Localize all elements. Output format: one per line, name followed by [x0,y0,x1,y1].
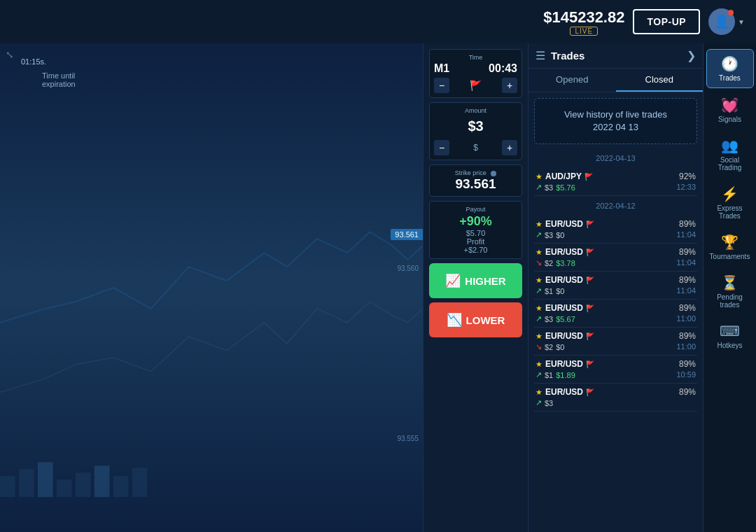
profit-label: Profit [434,237,517,246]
lower-button[interactable]: 📉 LOWER [429,302,522,337]
trade-pair: EUR/USD [545,359,583,369]
signals-icon: 💓 [721,97,738,113]
live-badge: LIVE [570,27,598,36]
sidebar-item-hotkeys[interactable]: ⌨ Hotkeys [706,317,754,355]
time-increase-btn[interactable]: + [502,78,517,93]
trade-pair: AUD/JPY [545,172,582,181]
trade-amount: $1 [545,371,553,379]
higher-button[interactable]: 📈 HIGHER [429,263,522,298]
trading-panel: Time M1 00:43 − 🚩 + Amount $3 − $ + [423,43,528,532]
amount-increase-btn[interactable]: + [502,140,517,155]
trade-amount-row: ↗ $3 $5.76 [536,183,593,192]
table-row[interactable]: ★ EUR/USD 🚩 ↗ $3 $0 89% 11:04 [534,216,697,244]
avatar-block[interactable]: 👤 ▼ [708,8,745,35]
trade-direction-icon: ↘ [536,258,542,267]
trade-amount: $2 [545,343,553,351]
price-main-label: 93.561 [391,229,423,240]
trade-direction-icon: ↗ [536,183,542,192]
topup-button[interactable]: TOP-UP [633,9,700,34]
trade-direction-icon: ↗ [536,398,542,407]
tab-closed[interactable]: Closed [616,69,704,92]
trade-pct: 89% [679,387,696,397]
flag-icon-sm: 🚩 [584,173,593,181]
svg-rect-6 [113,476,129,497]
sidebar-hotkeys-label: Hotkeys [717,342,742,349]
lower-icon: 📉 [447,312,462,328]
avatar-status-dot [728,10,734,15]
topbar: $145232.82 LIVE TOP-UP 👤 ▼ [0,0,756,43]
time-decrease-btn[interactable]: − [434,78,449,93]
trade-direction-icon: ↗ [536,314,542,323]
trade-amount-row: ↘ $2 $3.78 [536,258,594,267]
price-lower-label: 93.555 [393,433,423,444]
time-section: Time M1 00:43 − 🚩 + [429,49,522,98]
trade-amount: $3 [545,315,553,323]
chart-minimize-icon[interactable]: ⤡ [6,49,14,60]
trade-pair: EUR/USD [545,387,583,397]
svg-rect-3 [57,479,72,497]
trade-amount-row: ↘ $2 $0 [536,342,594,351]
trades-header: ☰ Trades ❯ [528,43,703,69]
avatar-dropdown-icon: ▼ [738,18,745,26]
trade-amount-row: ↗ $3 [536,398,594,407]
trade-amount: $3 [545,231,553,239]
table-row[interactable]: ★ AUD/JPY 🚩 ↗ $3 $5.76 92% 12:33 [534,168,697,196]
strike-label: Strike price [434,169,517,176]
trade-right: 89% 11:04 [676,219,696,239]
trade-time: 12:33 [676,183,696,191]
trade-left: ★ EUR/USD 🚩 ↗ $1 $0 [536,275,594,295]
amount-display: $3 [434,115,517,137]
trade-amount-row: ↗ $3 $0 [536,230,594,239]
payout-amount: $5.70 [434,229,517,237]
trade-pair: EUR/USD [545,331,583,341]
trades-expand-button[interactable]: ❯ [687,49,696,62]
trade-amount-row: ↗ $3 $5.67 [536,314,594,323]
sidebar-item-pending[interactable]: ⏳ Pending trades [706,269,754,314]
trade-pair-row: ★ EUR/USD 🚩 [536,219,594,229]
trade-left: ★ EUR/USD 🚩 ↗ $3 [536,387,594,407]
view-history-block[interactable]: View history of live trades 2022 04 13 [534,98,697,144]
sidebar-signals-label: Signals [718,115,741,123]
tournaments-icon: 🏆 [721,234,738,251]
sidebar-item-signals[interactable]: 💓 Signals [706,91,754,129]
date-separator-0: 2022-04-13 [534,151,697,165]
trade-profit: $1.89 [556,371,575,379]
trade-pct: 89% [679,359,696,369]
sidebar-item-tournaments[interactable]: 🏆 Tournaments [706,228,754,266]
star-icon: ★ [536,332,542,341]
trade-pair-row: ★ EUR/USD 🚩 [536,387,594,397]
svg-rect-2 [38,462,53,497]
star-icon: ★ [536,360,542,369]
trade-pair-row: ★ EUR/USD 🚩 [536,359,594,369]
sidebar-item-trades[interactable]: 🕐 Trades [706,49,754,88]
balance-amount: $145232.82 [543,8,624,27]
sidebar-item-social[interactable]: 👥 Social Trading [706,132,754,177]
amount-section: Amount $3 − $ + [429,102,522,160]
trade-left: ★ EUR/USD 🚩 ↘ $2 $0 [536,331,594,351]
trade-pair-row: ★ EUR/USD 🚩 [536,303,594,313]
tab-opened[interactable]: Opened [528,69,616,92]
table-row[interactable]: ★ EUR/USD 🚩 ↗ $3 89% [534,384,697,412]
table-row[interactable]: ★ EUR/USD 🚩 ↘ $2 $0 89% 11:00 [534,328,697,356]
trade-amount: $1 [545,287,553,295]
chart-svg [0,43,423,532]
table-row[interactable]: ★ EUR/USD 🚩 ↘ $2 $3.78 89% 11:04 [534,244,697,272]
table-row[interactable]: ★ EUR/USD 🚩 ↗ $1 $1.89 89% 10:59 [534,356,697,384]
trade-time: 11:04 [676,286,696,295]
amount-decrease-btn[interactable]: − [434,140,449,155]
strike-dot [491,171,496,176]
view-history-text: View history of live trades 2022 04 13 [540,108,691,134]
flag-icon-sm: 🚩 [586,332,594,340]
main-content: ⤡ Time until expiration 01:15s. 93.561 9… [0,43,756,532]
sidebar-tournaments-label: Tournaments [710,253,750,260]
trade-profit: $5.76 [556,183,575,192]
time-controls: − 🚩 + [434,78,517,93]
social-icon: 👥 [721,137,738,154]
price-secondary-label: 93.560 [393,263,423,274]
sidebar-item-express[interactable]: ⚡ Express Trades [706,180,754,225]
table-row[interactable]: ★ EUR/USD 🚩 ↗ $1 $0 89% 11:04 [534,272,697,300]
table-row[interactable]: ★ EUR/USD 🚩 ↗ $3 $5.67 89% 11:00 [534,300,697,328]
amount-controls: − $ + [434,140,517,155]
trade-pair-row: ★ EUR/USD 🚩 [536,275,594,285]
trade-left: ★ EUR/USD 🚩 ↗ $3 $5.67 [536,303,594,323]
